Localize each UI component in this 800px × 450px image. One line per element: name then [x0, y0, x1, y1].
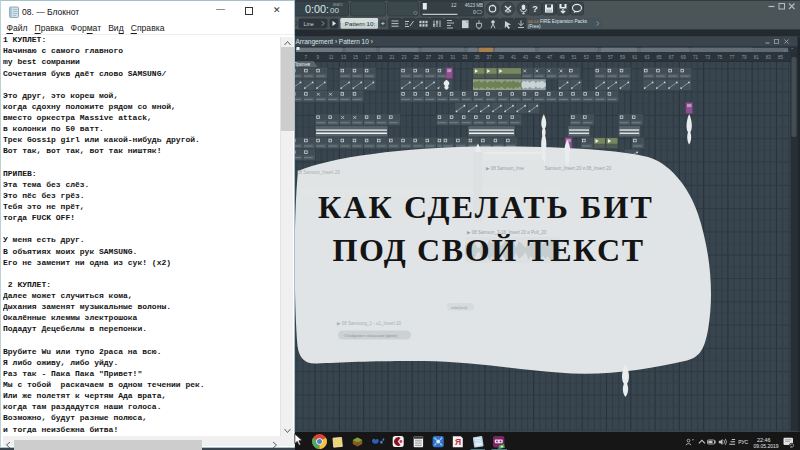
svg-text:ПОД СВОЙ ТЕКСТ: ПОД СВОЙ ТЕКСТ — [332, 232, 644, 268]
svg-text:?: ? — [532, 4, 538, 14]
svg-text:29: 29 — [438, 55, 444, 60]
svg-text:19: 19 — [377, 55, 383, 60]
svg-text:13: 13 — [341, 55, 347, 60]
svg-text:35: 35 — [475, 55, 481, 60]
svg-text:solo(test): solo(test) — [451, 305, 468, 310]
svg-text:69: 69 — [681, 55, 687, 60]
svg-text:71: 71 — [693, 55, 699, 60]
svg-text:37: 37 — [487, 55, 493, 60]
svg-text:47: 47 — [547, 55, 553, 60]
svg-text:08 Samsun_Insert 20: 08 Samsun_Insert 20 — [297, 170, 340, 175]
svg-text:Припев: Припев — [294, 62, 311, 67]
svg-text:25: 25 — [414, 55, 420, 60]
svg-text:11: 11 — [329, 55, 334, 60]
svg-text:23: 23 — [402, 55, 408, 60]
svg-text:53: 53 — [584, 55, 590, 60]
svg-text:Я: Я — [455, 436, 461, 446]
svg-text:77: 77 — [729, 55, 735, 60]
svg-text:79: 79 — [742, 55, 748, 60]
svg-text:41: 41 — [511, 55, 517, 60]
svg-text:75: 75 — [717, 55, 723, 60]
svg-text:45: 45 — [535, 55, 541, 60]
svg-text:59: 59 — [620, 55, 626, 60]
svg-text:65: 65 — [657, 55, 663, 60]
svg-text:81: 81 — [754, 55, 760, 60]
svg-text:РУС: РУС — [738, 439, 748, 445]
svg-text:09.05.2019: 09.05.2019 — [754, 443, 779, 449]
svg-text:57: 57 — [608, 55, 614, 60]
svg-text:КАК СДЕЛАТЬ БИТ: КАК СДЕЛАТЬ БИТ — [318, 189, 654, 225]
svg-text:00: 00 — [330, 6, 339, 15]
svg-text:BEATS: BEATS — [333, 3, 343, 7]
svg-text:▶ 08 Samsung_1 - u1_Insert 20: ▶ 08 Samsung_1 - u1_Insert 20 — [337, 321, 401, 326]
svg-text:43: 43 — [523, 55, 529, 60]
svg-text:Arrangement › Pattern 10 ›: Arrangement › Pattern 10 › — [296, 38, 373, 46]
svg-text:61: 61 — [632, 55, 638, 60]
svg-text:55: 55 — [596, 55, 602, 60]
svg-text:‹ ›: ‹ › — [784, 47, 789, 53]
svg-text:85: 85 — [778, 55, 784, 60]
svg-text:67: 67 — [669, 55, 675, 60]
svg-text:FIRE Expansion Packs: FIRE Expansion Packs — [540, 19, 588, 24]
svg-text:12: 12 — [451, 2, 457, 8]
svg-text:0: 0 — [473, 9, 476, 15]
svg-text:22:46: 22:46 — [757, 436, 771, 442]
svg-text:21: 21 — [390, 55, 396, 60]
svg-text:ˆ: ˆ — [791, 47, 793, 53]
svg-text:63: 63 — [644, 55, 650, 60]
svg-text:15: 15 — [353, 55, 359, 60]
svg-text:(Free): (Free) — [528, 24, 541, 29]
svg-text:33: 33 — [462, 55, 468, 60]
svg-text:4623 MB: 4623 MB — [465, 3, 483, 8]
svg-text:Pattern 10:: Pattern 10: — [345, 20, 376, 27]
svg-text:83: 83 — [766, 55, 772, 60]
svg-text:Обойдёмся облаками (фейк): Обойдёмся облаками (фейк) — [344, 333, 398, 338]
svg-text:49: 49 — [559, 55, 565, 60]
svg-text:51: 51 — [572, 55, 578, 60]
svg-text:39: 39 — [499, 55, 505, 60]
svg-text:▶ 08 Samsun_Insert 20 и 08 Sam: ▶ 08 Samsun_Insert 20 и 08 Samsun_Insert… — [486, 166, 612, 171]
svg-text:17: 17 — [365, 55, 371, 60]
svg-text:27: 27 — [426, 55, 432, 60]
svg-text:73: 73 — [705, 55, 711, 60]
svg-text:Line: Line — [304, 21, 314, 27]
svg-text:0:00:: 0:00: — [305, 3, 329, 15]
svg-text:31: 31 — [450, 55, 456, 60]
